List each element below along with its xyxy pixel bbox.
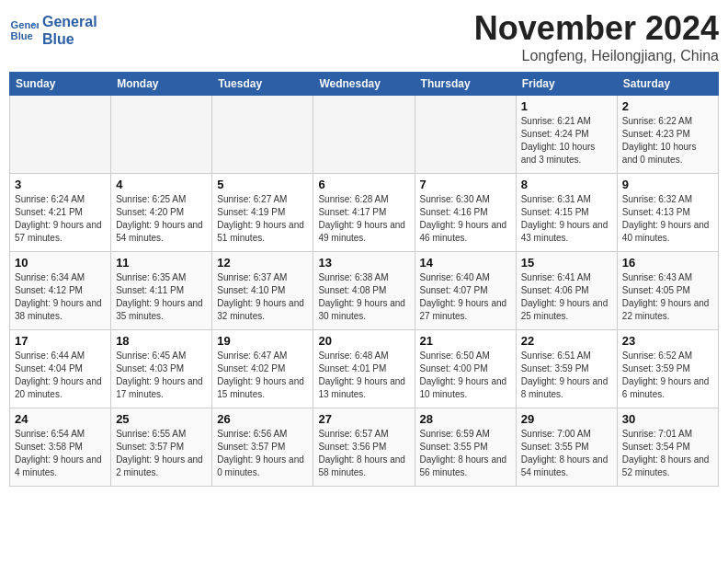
- day-number: 3: [15, 178, 106, 191]
- day-number: 4: [116, 178, 207, 191]
- day-number: 20: [318, 334, 409, 348]
- header-tuesday: Tuesday: [212, 73, 313, 96]
- day-info: Sunrise: 6:22 AM Sunset: 4:23 PM Dayligh…: [622, 115, 713, 167]
- header-thursday: Thursday: [415, 73, 516, 96]
- calendar-cell: [415, 96, 516, 174]
- day-info: Sunrise: 7:01 AM Sunset: 3:54 PM Dayligh…: [622, 428, 713, 479]
- day-info: Sunrise: 7:00 AM Sunset: 3:55 PM Dayligh…: [521, 428, 612, 479]
- day-number: 8: [521, 178, 612, 191]
- day-info: Sunrise: 6:47 AM Sunset: 4:02 PM Dayligh…: [217, 350, 308, 401]
- day-info: Sunrise: 6:59 AM Sunset: 3:55 PM Dayligh…: [420, 428, 511, 479]
- calendar-cell: [212, 96, 313, 174]
- calendar-subtitle: Longfeng, Heilongjiang, China: [474, 48, 719, 64]
- day-number: 9: [622, 178, 713, 191]
- day-info: Sunrise: 6:57 AM Sunset: 3:56 PM Dayligh…: [318, 428, 409, 479]
- day-number: 13: [318, 256, 409, 270]
- logo-line2: Blue: [42, 30, 97, 48]
- day-number: 5: [217, 178, 308, 191]
- day-info: Sunrise: 6:44 AM Sunset: 4:04 PM Dayligh…: [15, 350, 106, 401]
- day-number: 27: [318, 412, 409, 426]
- day-info: Sunrise: 6:55 AM Sunset: 3:57 PM Dayligh…: [116, 428, 207, 479]
- header-wednesday: Wednesday: [313, 73, 415, 96]
- calendar-cell: 11Sunrise: 6:35 AM Sunset: 4:11 PM Dayli…: [111, 252, 212, 330]
- day-number: 25: [116, 412, 207, 426]
- day-info: Sunrise: 6:21 AM Sunset: 4:24 PM Dayligh…: [521, 115, 612, 167]
- day-info: Sunrise: 6:54 AM Sunset: 3:58 PM Dayligh…: [15, 428, 106, 479]
- calendar-cell: 12Sunrise: 6:37 AM Sunset: 4:10 PM Dayli…: [212, 252, 313, 330]
- calendar-cell: 16Sunrise: 6:43 AM Sunset: 4:05 PM Dayli…: [617, 252, 718, 330]
- calendar-cell: 14Sunrise: 6:40 AM Sunset: 4:07 PM Dayli…: [415, 252, 516, 330]
- day-number: 17: [15, 334, 106, 348]
- day-info: Sunrise: 6:51 AM Sunset: 3:59 PM Dayligh…: [521, 350, 612, 401]
- day-number: 10: [15, 256, 106, 270]
- day-number: 22: [521, 334, 612, 348]
- calendar-cell: 21Sunrise: 6:50 AM Sunset: 4:00 PM Dayli…: [415, 330, 516, 408]
- calendar-cell: 5Sunrise: 6:27 AM Sunset: 4:19 PM Daylig…: [212, 174, 313, 252]
- calendar-cell: 28Sunrise: 6:59 AM Sunset: 3:55 PM Dayli…: [415, 408, 516, 487]
- calendar-cell: 26Sunrise: 6:56 AM Sunset: 3:57 PM Dayli…: [212, 408, 313, 487]
- day-info: Sunrise: 6:50 AM Sunset: 4:00 PM Dayligh…: [420, 350, 511, 401]
- calendar-cell: 24Sunrise: 6:54 AM Sunset: 3:58 PM Dayli…: [10, 408, 111, 487]
- day-number: 30: [622, 412, 713, 426]
- day-info: Sunrise: 6:45 AM Sunset: 4:03 PM Dayligh…: [116, 350, 207, 401]
- calendar-cell: 18Sunrise: 6:45 AM Sunset: 4:03 PM Dayli…: [111, 330, 212, 408]
- calendar-cell: 17Sunrise: 6:44 AM Sunset: 4:04 PM Dayli…: [10, 330, 111, 408]
- day-info: Sunrise: 6:56 AM Sunset: 3:57 PM Dayligh…: [217, 428, 308, 479]
- day-number: 11: [116, 256, 207, 270]
- logo-line1: General: [42, 13, 97, 30]
- week-row-2: 10Sunrise: 6:34 AM Sunset: 4:12 PM Dayli…: [10, 252, 719, 330]
- day-number: 21: [420, 334, 511, 348]
- calendar-cell: 8Sunrise: 6:31 AM Sunset: 4:15 PM Daylig…: [516, 174, 617, 252]
- svg-text:Blue: Blue: [11, 30, 33, 41]
- week-row-4: 24Sunrise: 6:54 AM Sunset: 3:58 PM Dayli…: [10, 408, 719, 487]
- day-info: Sunrise: 6:30 AM Sunset: 4:16 PM Dayligh…: [420, 193, 511, 245]
- day-number: 23: [622, 334, 713, 348]
- day-number: 28: [420, 412, 511, 426]
- calendar-cell: 30Sunrise: 7:01 AM Sunset: 3:54 PM Dayli…: [617, 408, 718, 487]
- calendar-cell: 6Sunrise: 6:28 AM Sunset: 4:17 PM Daylig…: [313, 174, 415, 252]
- day-info: Sunrise: 6:35 AM Sunset: 4:11 PM Dayligh…: [116, 271, 207, 323]
- day-number: 26: [217, 412, 308, 426]
- calendar-cell: [10, 96, 111, 174]
- title-block: November 2024 Longfeng, Heilongjiang, Ch…: [474, 9, 719, 64]
- day-info: Sunrise: 6:25 AM Sunset: 4:20 PM Dayligh…: [116, 193, 207, 245]
- day-info: Sunrise: 6:43 AM Sunset: 4:05 PM Dayligh…: [622, 271, 713, 323]
- header-monday: Monday: [111, 73, 212, 96]
- logo-icon: General Blue: [9, 16, 39, 45]
- day-info: Sunrise: 6:28 AM Sunset: 4:17 PM Dayligh…: [318, 193, 409, 245]
- day-info: Sunrise: 6:38 AM Sunset: 4:08 PM Dayligh…: [318, 271, 409, 323]
- day-info: Sunrise: 6:48 AM Sunset: 4:01 PM Dayligh…: [318, 350, 409, 401]
- calendar-cell: [313, 96, 415, 174]
- day-number: 15: [521, 256, 612, 270]
- logo: General Blue General Blue: [9, 13, 97, 48]
- day-number: 14: [420, 256, 511, 270]
- day-info: Sunrise: 6:31 AM Sunset: 4:15 PM Dayligh…: [521, 193, 612, 245]
- calendar-cell: 13Sunrise: 6:38 AM Sunset: 4:08 PM Dayli…: [313, 252, 415, 330]
- calendar-cell: 29Sunrise: 7:00 AM Sunset: 3:55 PM Dayli…: [516, 408, 617, 487]
- day-number: 24: [15, 412, 106, 426]
- day-info: Sunrise: 6:27 AM Sunset: 4:19 PM Dayligh…: [217, 193, 308, 245]
- day-number: 7: [420, 178, 511, 191]
- day-info: Sunrise: 6:32 AM Sunset: 4:13 PM Dayligh…: [622, 193, 713, 245]
- calendar-cell: 23Sunrise: 6:52 AM Sunset: 3:59 PM Dayli…: [617, 330, 718, 408]
- calendar-cell: 10Sunrise: 6:34 AM Sunset: 4:12 PM Dayli…: [10, 252, 111, 330]
- day-number: 18: [116, 334, 207, 348]
- calendar-cell: 9Sunrise: 6:32 AM Sunset: 4:13 PM Daylig…: [617, 174, 718, 252]
- calendar-cell: 7Sunrise: 6:30 AM Sunset: 4:16 PM Daylig…: [415, 174, 516, 252]
- day-info: Sunrise: 6:52 AM Sunset: 3:59 PM Dayligh…: [622, 350, 713, 401]
- day-number: 6: [318, 178, 409, 191]
- calendar-cell: 3Sunrise: 6:24 AM Sunset: 4:21 PM Daylig…: [10, 174, 111, 252]
- day-info: Sunrise: 6:34 AM Sunset: 4:12 PM Dayligh…: [15, 271, 106, 323]
- calendar-cell: 22Sunrise: 6:51 AM Sunset: 3:59 PM Dayli…: [516, 330, 617, 408]
- calendar-cell: 1Sunrise: 6:21 AM Sunset: 4:24 PM Daylig…: [516, 96, 617, 174]
- week-row-1: 3Sunrise: 6:24 AM Sunset: 4:21 PM Daylig…: [10, 174, 719, 252]
- day-info: Sunrise: 6:40 AM Sunset: 4:07 PM Dayligh…: [420, 271, 511, 323]
- day-number: 1: [521, 99, 612, 113]
- day-number: 29: [521, 412, 612, 426]
- week-row-0: 1Sunrise: 6:21 AM Sunset: 4:24 PM Daylig…: [10, 96, 719, 174]
- header-friday: Friday: [516, 73, 617, 96]
- calendar-title: November 2024: [474, 9, 719, 48]
- day-number: 19: [217, 334, 308, 348]
- header-row: SundayMondayTuesdayWednesdayThursdayFrid…: [10, 73, 719, 96]
- day-number: 12: [217, 256, 308, 270]
